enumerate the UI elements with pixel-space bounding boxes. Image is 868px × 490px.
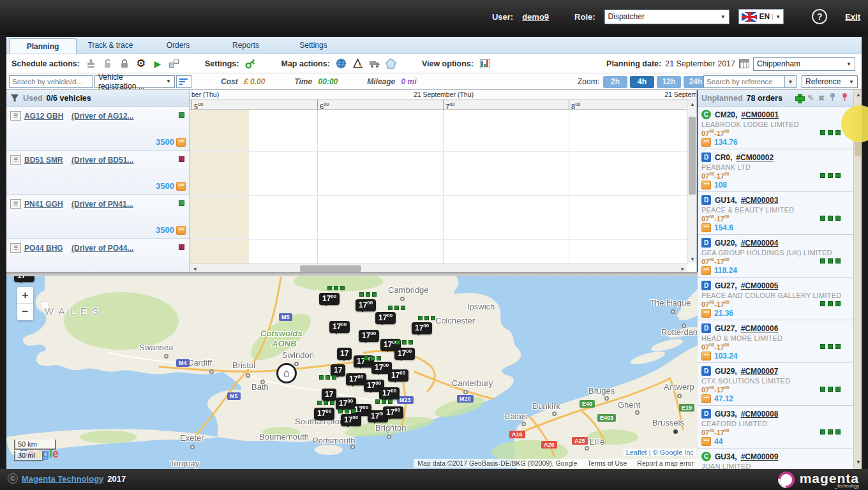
reassign-icon[interactable] bbox=[168, 57, 181, 70]
depot-home-marker[interactable]: ⌂ bbox=[276, 363, 297, 383]
reference-filter-select[interactable]: Reference ▼ bbox=[802, 75, 858, 88]
chevron-down-icon[interactable]: ▼ bbox=[785, 75, 797, 88]
language-select[interactable]: EN ▼ bbox=[738, 9, 784, 24]
tab-settings[interactable]: Settings bbox=[280, 37, 347, 54]
vehicle-driver-link[interactable]: (Driver of PN41... bbox=[71, 200, 133, 209]
vehicle-registration-link[interactable]: AG12 GBH bbox=[24, 112, 63, 121]
tab-orders[interactable]: Orders bbox=[144, 37, 212, 54]
truck-icon[interactable] bbox=[368, 57, 381, 70]
order-ref-link[interactable]: #CM00003 bbox=[741, 196, 779, 205]
funnel-icon[interactable] bbox=[10, 94, 19, 103]
magenta-technology-link[interactable]: Magenta Technology bbox=[22, 474, 103, 484]
row-menu-icon[interactable]: ≡ bbox=[10, 111, 21, 121]
row-menu-icon[interactable]: ≡ bbox=[10, 155, 21, 165]
order-actions-dots[interactable] bbox=[820, 344, 841, 349]
order-ref-link[interactable]: #CM00009 bbox=[741, 452, 779, 461]
map-time-marker[interactable]: 1700 bbox=[314, 408, 334, 420]
scrollbar-thumb[interactable] bbox=[300, 265, 361, 272]
map-time-marker[interactable]: 1700 bbox=[375, 312, 396, 324]
zoom-button-2h[interactable]: 2h bbox=[603, 76, 627, 88]
vehicle-driver-link[interactable]: (Driver of PO44... bbox=[71, 244, 133, 253]
pin-red-icon[interactable] bbox=[841, 93, 849, 103]
zoom-button-4h[interactable]: 4h bbox=[630, 76, 654, 88]
map-time-marker[interactable]: 1700 bbox=[319, 293, 340, 305]
map-time-marker[interactable]: 1700 bbox=[394, 348, 415, 360]
order-ref-link[interactable]: #CM00007 bbox=[741, 367, 779, 376]
report-map-error-link[interactable]: Report a map error bbox=[637, 459, 694, 467]
calendar-icon[interactable] bbox=[739, 59, 749, 68]
help-icon[interactable]: ? bbox=[812, 9, 827, 24]
map-time-marker[interactable]: 1700 bbox=[412, 322, 432, 334]
order-ref-link[interactable]: #CM00002 bbox=[736, 153, 774, 162]
scroll-left-icon[interactable]: ◄ bbox=[192, 266, 197, 272]
add-order-icon[interactable] bbox=[795, 94, 804, 102]
leaflet-link[interactable]: Leaflet bbox=[626, 449, 647, 456]
tab-planning[interactable]: Planning bbox=[9, 38, 77, 54]
pin-gray-icon[interactable] bbox=[828, 93, 837, 103]
vehicle-driver-link[interactable]: (Driver of AG12... bbox=[71, 112, 134, 121]
user-link[interactable]: demo9 bbox=[522, 12, 549, 22]
map-time-marker[interactable]: 1700 bbox=[383, 406, 403, 419]
vehicle-registration-link[interactable]: PN41 GGH bbox=[24, 200, 63, 209]
order-ref-link[interactable]: #CM00001 bbox=[741, 110, 779, 119]
order-ref-link[interactable]: #CM00006 bbox=[741, 324, 779, 333]
tab-track-trace[interactable]: Track & trace bbox=[77, 37, 144, 54]
map-time-marker[interactable]: 17 bbox=[337, 348, 352, 360]
vehicle-registration-link[interactable]: PO44 BHG bbox=[24, 244, 63, 253]
order-ref-link[interactable]: #CM00008 bbox=[741, 410, 779, 419]
gear-icon[interactable]: ⚙ bbox=[135, 57, 147, 70]
scrollbar-thumb[interactable] bbox=[689, 117, 696, 195]
tab-reports[interactable]: Reports bbox=[212, 37, 280, 54]
map-time-marker[interactable]: 1700 bbox=[388, 369, 408, 382]
scroll-down-icon[interactable]: ▼ bbox=[690, 256, 695, 262]
order-actions-dots[interactable] bbox=[820, 387, 841, 392]
order-actions-dots[interactable] bbox=[820, 173, 841, 178]
map-time-marker[interactable]: 1700 bbox=[355, 299, 376, 311]
row-menu-icon[interactable]: ≡ bbox=[10, 199, 21, 209]
schedule-horizontal-scrollbar[interactable]: ◄ ► bbox=[190, 264, 687, 272]
vehicle-driver-link[interactable]: (Driver of BD51... bbox=[71, 156, 133, 165]
vehicle-search-input[interactable] bbox=[9, 75, 93, 88]
map-time-marker[interactable]: 1700 bbox=[14, 276, 34, 282]
role-select[interactable]: Dispatcher ▼ bbox=[604, 10, 730, 24]
order-actions-dots[interactable] bbox=[820, 216, 841, 221]
map-time-marker[interactable]: 1700 bbox=[341, 414, 361, 426]
delete-order-icon[interactable]: ✖ bbox=[818, 94, 825, 103]
map-zoom-in-button[interactable]: + bbox=[17, 287, 33, 304]
lock-icon[interactable] bbox=[118, 57, 131, 70]
panel-splitter[interactable] bbox=[6, 272, 698, 276]
measure-icon[interactable] bbox=[352, 57, 364, 70]
map-zoom-out-button[interactable]: − bbox=[17, 304, 33, 320]
key-icon[interactable] bbox=[244, 57, 257, 70]
depot-select[interactable]: Chippenham ▼ bbox=[753, 57, 855, 71]
play-icon[interactable]: ▶ bbox=[151, 57, 164, 70]
schedule-vertical-scrollbar[interactable]: ▲ ▼ bbox=[687, 100, 696, 264]
scroll-up-icon[interactable]: ▲ bbox=[856, 92, 861, 98]
map-time-marker[interactable]: 1700 bbox=[359, 330, 379, 342]
exit-link[interactable]: Exit bbox=[845, 12, 860, 22]
order-actions-dots[interactable] bbox=[820, 258, 841, 264]
vehicle-registration-link[interactable]: BD51 SMR bbox=[24, 156, 63, 165]
order-actions-dots[interactable] bbox=[820, 301, 841, 306]
edit-order-icon[interactable]: ✎ bbox=[807, 93, 814, 103]
scroll-down-icon[interactable]: ▼ bbox=[856, 459, 861, 465]
scroll-right-icon[interactable]: ► bbox=[680, 266, 685, 272]
globe-icon[interactable] bbox=[335, 57, 348, 70]
terms-of-use-link[interactable]: Terms of Use bbox=[587, 459, 627, 467]
order-ref-link[interactable]: #CM00004 bbox=[741, 239, 779, 248]
stamp-icon[interactable] bbox=[85, 57, 98, 70]
unlock-icon[interactable] bbox=[101, 57, 114, 70]
vehicle-filter-select[interactable]: Vehicle registration ... ▼ bbox=[94, 75, 175, 88]
order-ref-link[interactable]: #CM00005 bbox=[741, 281, 779, 290]
schedule-grid[interactable] bbox=[190, 110, 687, 264]
view-options-icon[interactable] bbox=[479, 57, 491, 70]
order-actions-dots[interactable] bbox=[820, 429, 841, 434]
polygon-icon[interactable] bbox=[385, 57, 398, 70]
order-actions-dots[interactable] bbox=[820, 130, 841, 135]
map[interactable]: + − ⌂ 50 km Google 30 mi Leaflet | © Goo… bbox=[6, 276, 698, 469]
scroll-up-icon[interactable]: ▲ bbox=[690, 101, 695, 107]
map-time-marker[interactable]: 1700 bbox=[329, 321, 350, 333]
row-menu-icon[interactable]: ≡ bbox=[10, 243, 21, 253]
zoom-button-12h[interactable]: 12h bbox=[657, 76, 681, 88]
sort-icon[interactable] bbox=[176, 75, 191, 88]
